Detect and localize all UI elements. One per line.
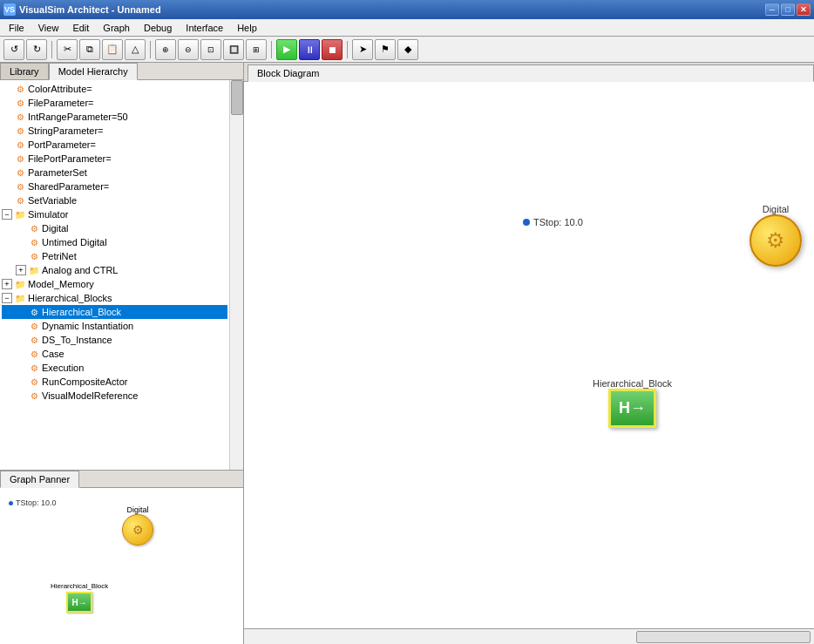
zoom-in-button[interactable]: ⊕	[155, 39, 176, 60]
tab-block-diagram[interactable]: Block Diagram	[248, 64, 814, 82]
panner-hierarchical-block: Hierarchical_Block H→	[51, 582, 108, 613]
arrow-button[interactable]: ➤	[352, 39, 373, 60]
tree-node-fileparam[interactable]: ⚙ FileParameter=	[2, 96, 227, 110]
tree-node-hierarchical-block[interactable]: ⚙ Hierarchical_Block	[2, 305, 227, 319]
undo2-button[interactable]: ↻	[26, 39, 47, 60]
maximize-button[interactable]: □	[781, 3, 795, 16]
hierarchical-box[interactable]: H→	[608, 389, 656, 428]
expand-analogctrl[interactable]: +	[16, 265, 26, 275]
paste-button[interactable]: 📋	[102, 39, 123, 60]
tree-node-modelmemory[interactable]: + 📁 Model_Memory	[2, 277, 227, 291]
add-button[interactable]: △	[125, 39, 146, 60]
tree-node-untimeddigital[interactable]: ⚙ Untimed Digital	[2, 235, 227, 249]
expand-modelmemory[interactable]: +	[2, 279, 12, 289]
tree-scroll-thumb[interactable]	[231, 80, 243, 115]
zoom-out-button[interactable]: ⊖	[178, 39, 199, 60]
tree-node-execution[interactable]: ⚙ Execution	[2, 361, 227, 375]
tree-content[interactable]: ⚙ ColorAttribute= ⚙ FileParameter= ⚙ Int…	[0, 80, 243, 470]
tree-label-runcompositeactor: RunCompositeActor	[42, 376, 127, 387]
tree-node-stringparam[interactable]: ⚙ StringParameter=	[2, 124, 227, 138]
digital-label: Digital	[763, 204, 790, 214]
tree-node-parameterset[interactable]: ⚙ ParameterSet	[2, 166, 227, 180]
tree-node-analogctrl[interactable]: + 📁 Analog and CTRL	[2, 263, 227, 277]
tree-node-case[interactable]: ⚙ Case	[2, 347, 227, 361]
digital-circle[interactable]: ⚙	[750, 214, 802, 267]
tree-icon-colorattr: ⚙	[14, 83, 26, 95]
menu-debug[interactable]: Debug	[137, 21, 179, 35]
tab-library[interactable]: Library	[0, 63, 49, 79]
hierarchical-block[interactable]: Hierarchical_Block H→	[593, 378, 672, 428]
toolbar-sep1	[51, 41, 52, 58]
title-bar: VS VisualSim Architect - Unnamed ─ □ ✕	[0, 0, 814, 19]
tree-label-execution: Execution	[42, 363, 84, 373]
copy-button[interactable]: ⧉	[79, 39, 100, 60]
folder-icon-hierarchical-blocks: 📁	[14, 292, 26, 304]
tree-label-untimeddigital: Untimed Digital	[42, 237, 107, 247]
tree-node-ds-to-instance[interactable]: ⚙ DS_To_Instance	[2, 333, 227, 347]
tree-node-portparam[interactable]: ⚙ PortParameter=	[2, 138, 227, 152]
tree-label-ds-to-instance: DS_To_Instance	[42, 335, 112, 345]
folder-icon-analogctrl: 📁	[28, 264, 40, 276]
tstop-label: TStop: 10.0	[523, 217, 583, 227]
tree-label-digital: Digital	[42, 223, 69, 234]
tree-icon-portparam: ⚙	[14, 139, 26, 151]
close-button[interactable]: ✕	[797, 3, 811, 16]
app-title: VisualSim Architect - Unnamed	[19, 4, 161, 15]
zoom-box-button[interactable]: 🔲	[223, 39, 244, 60]
tree-node-intrange[interactable]: ⚙ IntRangeParameter=50	[2, 110, 227, 124]
tree-node-simulator[interactable]: − 📁 Simulator	[2, 207, 227, 221]
tree-node-runcompositeactor[interactable]: ⚙ RunCompositeActor	[2, 375, 227, 389]
tree-icon-stringparam: ⚙	[14, 125, 26, 137]
menu-view[interactable]: View	[31, 21, 66, 35]
tree-node-visualmodelreference[interactable]: ⚙ VisualModelReference	[2, 389, 227, 403]
tree-label-sharedparam: SharedParameter=	[28, 181, 109, 192]
diamond-button[interactable]: ◆	[397, 39, 418, 60]
panner-tstop: TStop: 10.0	[9, 498, 57, 507]
tree-scrollbar[interactable]	[229, 80, 243, 470]
grid-button[interactable]: ⊞	[246, 39, 267, 60]
tree-label-visualmodelreference: VisualModelReference	[42, 390, 138, 401]
tree-node-digital[interactable]: ⚙ Digital	[2, 221, 227, 235]
bottom-bar	[244, 628, 814, 644]
tree-label-hierarchical-blocks: Hierarchical_Blocks	[28, 293, 112, 303]
tree-node-sharedparam[interactable]: ⚙ SharedParameter=	[2, 180, 227, 193]
play-button[interactable]: ▶	[276, 39, 297, 60]
tree-icon-case: ⚙	[28, 348, 40, 360]
fit-button[interactable]: ⊡	[200, 39, 221, 60]
menu-graph[interactable]: Graph	[96, 21, 137, 35]
tree-node-hierarchical-blocks[interactable]: − 📁 Hierarchical_Blocks	[2, 291, 227, 305]
menu-file[interactable]: File	[2, 21, 31, 35]
tree-icon-parameterset: ⚙	[14, 166, 26, 179]
tree-label-stringparam: StringParameter=	[28, 125, 104, 136]
menu-edit[interactable]: Edit	[65, 21, 96, 35]
expand-hierarchical-blocks[interactable]: −	[2, 293, 12, 303]
tree-label-fileparam: FileParameter=	[28, 98, 94, 108]
tree-node-setvariable[interactable]: ⚙ SetVariable	[2, 193, 227, 207]
tstop-text: TStop: 10.0	[533, 217, 583, 227]
tab-graph-panner[interactable]: Graph Panner	[0, 471, 79, 488]
digital-block[interactable]: Digital ⚙	[750, 204, 802, 267]
undo1-button[interactable]: ↺	[3, 39, 24, 60]
menu-help[interactable]: Help	[230, 21, 264, 35]
tree-node-petrinet[interactable]: ⚙ PetriNet	[2, 249, 227, 263]
tree-node-fileportparam[interactable]: ⚙ FilePortParameter=	[2, 152, 227, 166]
menu-interface[interactable]: Interface	[179, 21, 230, 35]
graph-panner-tab-bar: Graph Panner	[0, 471, 243, 488]
tree-node-colorattr[interactable]: ⚙ ColorAttribute=	[2, 82, 227, 96]
panner-gear-icon: ⚙	[132, 523, 144, 537]
cut-button[interactable]: ✂	[57, 39, 78, 60]
panner-h-label: Hierarchical_Block	[51, 582, 108, 590]
flag-button[interactable]: ⚑	[375, 39, 396, 60]
tree-icon-runcompositeactor: ⚙	[28, 376, 40, 388]
tree-label-modelmemory: Model_Memory	[28, 279, 94, 289]
minimize-button[interactable]: ─	[765, 3, 779, 16]
diagram-canvas[interactable]: TStop: 10.0 Digital ⚙ Hierarchical_Block…	[244, 82, 814, 628]
stop-button[interactable]: ⏹	[322, 39, 343, 60]
h-scrollbar[interactable]	[636, 631, 811, 643]
tab-model-hierarchy[interactable]: Model Hierarchy	[49, 63, 138, 80]
toolbar-sep3	[271, 41, 272, 58]
pause-button[interactable]: ⏸	[299, 39, 320, 60]
expand-simulator[interactable]: −	[2, 209, 12, 220]
tree-node-dynamic-instantiation[interactable]: ⚙ Dynamic Instantiation	[2, 319, 227, 333]
tree-label-dynamic-instantiation: Dynamic Instantiation	[42, 321, 133, 331]
